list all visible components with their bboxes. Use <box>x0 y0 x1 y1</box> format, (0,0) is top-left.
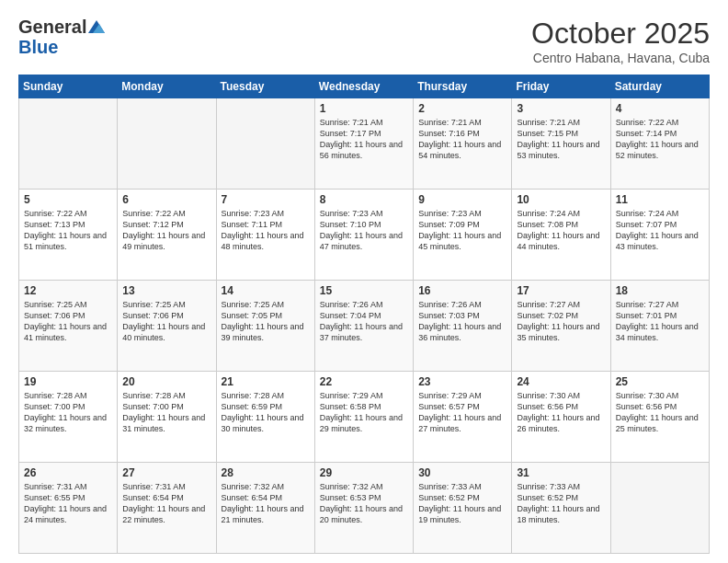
calendar-table: Sunday Monday Tuesday Wednesday Thursday… <box>18 75 710 554</box>
table-row: 31Sunrise: 7:33 AMSunset: 6:52 PMDayligh… <box>512 463 610 554</box>
table-row: 8Sunrise: 7:23 AMSunset: 7:10 PMDaylight… <box>314 190 413 281</box>
cell-text: Sunrise: 7:21 AMSunset: 7:16 PMDaylight:… <box>418 117 506 162</box>
cell-text: Sunrise: 7:26 AMSunset: 7:04 PMDaylight:… <box>320 299 408 344</box>
day-number: 28 <box>222 466 310 479</box>
day-number: 23 <box>418 375 506 388</box>
calendar-week-row: 12Sunrise: 7:25 AMSunset: 7:06 PMDayligh… <box>19 281 710 372</box>
cell-text: Sunrise: 7:30 AMSunset: 6:56 PMDaylight:… <box>517 390 605 435</box>
cell-text: Sunrise: 7:22 AMSunset: 7:12 PMDaylight:… <box>122 208 210 253</box>
cell-text: Sunrise: 7:33 AMSunset: 6:52 PMDaylight:… <box>418 481 506 526</box>
cell-text: Sunrise: 7:32 AMSunset: 6:54 PMDaylight:… <box>222 481 310 526</box>
table-row: 23Sunrise: 7:29 AMSunset: 6:57 PMDayligh… <box>414 372 512 463</box>
table-row <box>118 98 216 190</box>
day-number: 29 <box>320 466 408 479</box>
table-row: 2Sunrise: 7:21 AMSunset: 7:16 PMDaylight… <box>414 98 512 190</box>
cell-text: Sunrise: 7:29 AMSunset: 6:57 PMDaylight:… <box>418 390 506 435</box>
page: General Blue October 2025 Centro Habana,… <box>0 0 728 563</box>
col-saturday: Saturday <box>610 75 709 98</box>
day-number: 3 <box>517 102 605 115</box>
table-row: 3Sunrise: 7:21 AMSunset: 7:15 PMDaylight… <box>512 98 610 190</box>
day-number: 15 <box>320 284 408 297</box>
day-number: 17 <box>517 284 605 297</box>
cell-text: Sunrise: 7:25 AMSunset: 7:06 PMDaylight:… <box>122 299 210 344</box>
table-row: 29Sunrise: 7:32 AMSunset: 6:53 PMDayligh… <box>314 463 413 554</box>
calendar-week-row: 5Sunrise: 7:22 AMSunset: 7:13 PMDaylight… <box>19 190 710 281</box>
cell-text: Sunrise: 7:22 AMSunset: 7:13 PMDaylight:… <box>24 208 112 253</box>
day-number: 12 <box>24 284 112 297</box>
day-number: 1 <box>320 102 408 115</box>
day-number: 21 <box>222 375 310 388</box>
day-number: 18 <box>616 284 704 297</box>
table-row: 9Sunrise: 7:23 AMSunset: 7:09 PMDaylight… <box>414 190 512 281</box>
table-row: 19Sunrise: 7:28 AMSunset: 7:00 PMDayligh… <box>19 372 118 463</box>
cell-text: Sunrise: 7:23 AMSunset: 7:09 PMDaylight:… <box>418 208 506 253</box>
cell-text: Sunrise: 7:21 AMSunset: 7:15 PMDaylight:… <box>517 117 605 162</box>
table-row: 4Sunrise: 7:22 AMSunset: 7:14 PMDaylight… <box>610 98 709 190</box>
day-number: 16 <box>418 284 506 297</box>
table-row <box>19 98 118 190</box>
col-wednesday: Wednesday <box>314 75 413 98</box>
location: Centro Habana, Havana, Cuba <box>531 51 710 65</box>
month-title: October 2025 <box>531 17 710 51</box>
day-number: 6 <box>122 193 210 206</box>
table-row: 24Sunrise: 7:30 AMSunset: 6:56 PMDayligh… <box>512 372 610 463</box>
table-row: 1Sunrise: 7:21 AMSunset: 7:17 PMDaylight… <box>314 98 413 190</box>
table-row: 14Sunrise: 7:25 AMSunset: 7:05 PMDayligh… <box>216 281 314 372</box>
table-row: 5Sunrise: 7:22 AMSunset: 7:13 PMDaylight… <box>19 190 118 281</box>
day-number: 11 <box>616 193 704 206</box>
table-row: 15Sunrise: 7:26 AMSunset: 7:04 PMDayligh… <box>314 281 413 372</box>
day-number: 20 <box>122 375 210 388</box>
cell-text: Sunrise: 7:27 AMSunset: 7:02 PMDaylight:… <box>517 299 605 344</box>
day-number: 8 <box>320 193 408 206</box>
day-number: 24 <box>517 375 605 388</box>
cell-text: Sunrise: 7:25 AMSunset: 7:06 PMDaylight:… <box>24 299 112 344</box>
table-row: 18Sunrise: 7:27 AMSunset: 7:01 PMDayligh… <box>610 281 709 372</box>
table-row: 12Sunrise: 7:25 AMSunset: 7:06 PMDayligh… <box>19 281 118 372</box>
cell-text: Sunrise: 7:28 AMSunset: 7:00 PMDaylight:… <box>122 390 210 435</box>
logo-icon <box>88 20 105 33</box>
cell-text: Sunrise: 7:31 AMSunset: 6:54 PMDaylight:… <box>122 481 210 526</box>
day-number: 31 <box>517 466 605 479</box>
day-number: 7 <box>222 193 310 206</box>
day-number: 4 <box>616 102 704 115</box>
day-number: 27 <box>122 466 210 479</box>
cell-text: Sunrise: 7:24 AMSunset: 7:08 PMDaylight:… <box>517 208 605 253</box>
cell-text: Sunrise: 7:33 AMSunset: 6:52 PMDaylight:… <box>517 481 605 526</box>
calendar-week-row: 26Sunrise: 7:31 AMSunset: 6:55 PMDayligh… <box>19 463 710 554</box>
cell-text: Sunrise: 7:28 AMSunset: 7:00 PMDaylight:… <box>24 390 112 435</box>
cell-text: Sunrise: 7:21 AMSunset: 7:17 PMDaylight:… <box>320 117 408 162</box>
day-number: 10 <box>517 193 605 206</box>
table-row: 16Sunrise: 7:26 AMSunset: 7:03 PMDayligh… <box>414 281 512 372</box>
day-number: 22 <box>320 375 408 388</box>
title-area: October 2025 Centro Habana, Havana, Cuba <box>531 17 710 65</box>
cell-text: Sunrise: 7:28 AMSunset: 6:59 PMDaylight:… <box>222 390 310 435</box>
cell-text: Sunrise: 7:23 AMSunset: 7:10 PMDaylight:… <box>320 208 408 253</box>
col-monday: Monday <box>118 75 216 98</box>
cell-text: Sunrise: 7:22 AMSunset: 7:14 PMDaylight:… <box>616 117 704 162</box>
day-number: 14 <box>222 284 310 297</box>
table-row: 10Sunrise: 7:24 AMSunset: 7:08 PMDayligh… <box>512 190 610 281</box>
table-row: 20Sunrise: 7:28 AMSunset: 7:00 PMDayligh… <box>118 372 216 463</box>
cell-text: Sunrise: 7:26 AMSunset: 7:03 PMDaylight:… <box>418 299 506 344</box>
header: General Blue October 2025 Centro Habana,… <box>18 17 710 65</box>
day-number: 25 <box>616 375 704 388</box>
cell-text: Sunrise: 7:30 AMSunset: 6:56 PMDaylight:… <box>616 390 704 435</box>
cell-text: Sunrise: 7:32 AMSunset: 6:53 PMDaylight:… <box>320 481 408 526</box>
table-row: 27Sunrise: 7:31 AMSunset: 6:54 PMDayligh… <box>118 463 216 554</box>
logo-general-text: General <box>18 17 86 37</box>
cell-text: Sunrise: 7:24 AMSunset: 7:07 PMDaylight:… <box>616 208 704 253</box>
col-friday: Friday <box>512 75 610 98</box>
table-row: 28Sunrise: 7:32 AMSunset: 6:54 PMDayligh… <box>216 463 314 554</box>
day-number: 2 <box>418 102 506 115</box>
cell-text: Sunrise: 7:31 AMSunset: 6:55 PMDaylight:… <box>24 481 112 526</box>
table-row: 30Sunrise: 7:33 AMSunset: 6:52 PMDayligh… <box>414 463 512 554</box>
day-number: 26 <box>24 466 112 479</box>
day-number: 13 <box>122 284 210 297</box>
table-row: 22Sunrise: 7:29 AMSunset: 6:58 PMDayligh… <box>314 372 413 463</box>
calendar-week-row: 1Sunrise: 7:21 AMSunset: 7:17 PMDaylight… <box>19 98 710 190</box>
table-row: 11Sunrise: 7:24 AMSunset: 7:07 PMDayligh… <box>610 190 709 281</box>
day-number: 5 <box>24 193 112 206</box>
table-row: 7Sunrise: 7:23 AMSunset: 7:11 PMDaylight… <box>216 190 314 281</box>
table-row: 13Sunrise: 7:25 AMSunset: 7:06 PMDayligh… <box>118 281 216 372</box>
weekday-header-row: Sunday Monday Tuesday Wednesday Thursday… <box>19 75 710 98</box>
